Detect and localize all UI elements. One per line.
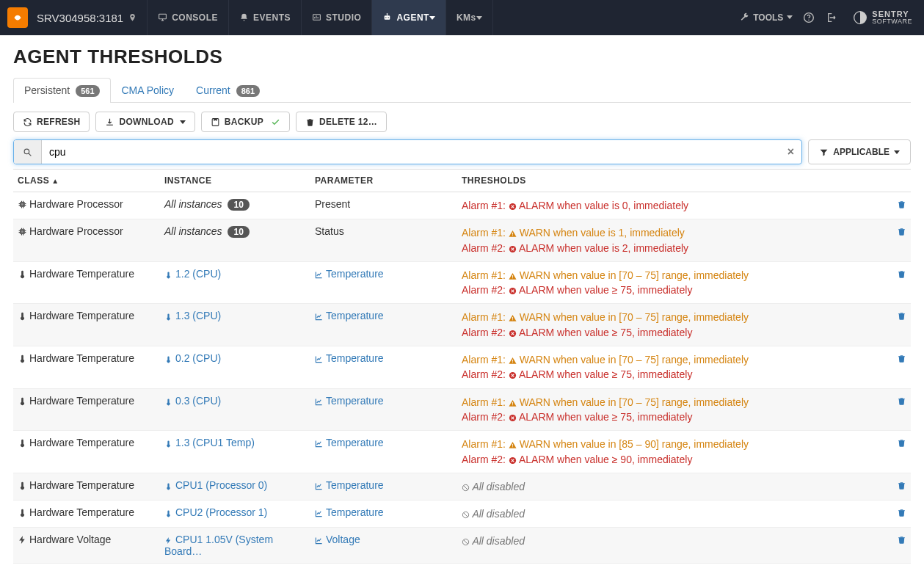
- tab-persistent[interactable]: Persistent 561: [13, 78, 111, 103]
- error-icon: [509, 284, 517, 296]
- table-row: Hardware VoltageCPU2 1.05V (System Board…: [13, 564, 911, 571]
- delete-row-icon[interactable]: [897, 268, 906, 280]
- clear-search-icon[interactable]: ×: [779, 140, 801, 164]
- error-icon: [509, 242, 517, 254]
- col-header-class[interactable]: CLASS▲: [13, 170, 160, 192]
- search-group: ×: [13, 139, 802, 164]
- search-icon: [14, 140, 42, 164]
- instance-link[interactable]: 0.2 (CPU): [164, 352, 221, 364]
- temp-icon: [164, 437, 172, 448]
- threshold-line: Alarm #1: WARN when value in [70 – 75] r…: [462, 352, 883, 367]
- instance-link[interactable]: CPU1 (Processor 0): [164, 479, 267, 491]
- temp-icon: [18, 437, 26, 448]
- parameter-link[interactable]: Temperature: [315, 479, 384, 491]
- parameter-link[interactable]: Voltage: [315, 534, 360, 545]
- nav-studio[interactable]: STUDIO: [301, 0, 372, 35]
- instance-link[interactable]: 0.3 (CPU): [164, 395, 221, 407]
- help-icon[interactable]: [803, 12, 815, 23]
- warning-icon: [509, 438, 517, 450]
- instance-link[interactable]: 1.2 (CPU): [164, 268, 221, 280]
- tools-label: TOOLS: [753, 12, 783, 23]
- instance-link[interactable]: 1.3 (CPU): [164, 310, 221, 321]
- robot-icon: [382, 12, 392, 23]
- refresh-button[interactable]: REFRESH: [13, 112, 90, 132]
- temp-icon: [18, 352, 26, 364]
- caret-down-icon: [429, 16, 435, 20]
- backup-button[interactable]: BACKUP: [201, 112, 290, 132]
- threshold-line: Alarm #1: WARN when value in [70 – 75] r…: [462, 310, 883, 324]
- parameter-link[interactable]: Temperature: [315, 437, 384, 448]
- parameter-link[interactable]: Temperature: [315, 506, 384, 518]
- tab-cma-policy[interactable]: CMA Policy: [111, 78, 186, 102]
- class-name: Hardware Temperature: [29, 268, 134, 280]
- parameter-link[interactable]: Temperature: [315, 352, 384, 364]
- temp-icon: [164, 268, 172, 280]
- delete-row-icon[interactable]: [897, 506, 906, 518]
- graph-icon: [315, 506, 323, 518]
- class-name: Hardware Processor: [29, 198, 123, 210]
- delete-row-icon[interactable]: [897, 437, 906, 448]
- temp-icon: [164, 479, 172, 491]
- instance-link[interactable]: CPU2 (Processor 1): [164, 506, 267, 518]
- tools-dropdown[interactable]: TOOLS: [740, 12, 793, 23]
- temp-icon: [18, 310, 26, 321]
- download-button[interactable]: DOWNLOAD: [95, 112, 194, 132]
- threshold-line: Alarm #2: ALARM when value ≥ 75, immedia…: [462, 283, 883, 297]
- instance-link[interactable]: 1.3 (CPU1 Temp): [164, 437, 255, 448]
- delete-row-icon[interactable]: [897, 395, 906, 407]
- table-row: Hardware Temperature0.3 (CPU)Temperature…: [13, 388, 911, 431]
- table-row: Hardware Temperature1.3 (CPU1 Temp)Tempe…: [13, 431, 911, 473]
- delete-row-icon[interactable]: [897, 198, 906, 210]
- brand-logo-icon[interactable]: [7, 7, 28, 28]
- nav-console[interactable]: CONSOLE: [147, 0, 229, 35]
- sort-asc-icon: ▲: [51, 177, 59, 185]
- nav-agent[interactable]: AGENT: [371, 0, 446, 35]
- instance-count-badge: 10: [228, 226, 249, 238]
- class-name: Hardware Temperature: [29, 506, 134, 518]
- instance-link[interactable]: CPU1 1.05V (System Board…: [164, 534, 273, 557]
- graph-icon: [315, 437, 323, 448]
- parameter-text: Status: [315, 225, 344, 237]
- logout-icon[interactable]: [825, 12, 837, 23]
- filter-dropdown[interactable]: APPLICABLE: [808, 139, 911, 164]
- delete-row-icon[interactable]: [897, 352, 906, 364]
- nav-kms[interactable]: KMs: [445, 0, 493, 35]
- col-header-instance[interactable]: INSTANCE: [160, 170, 310, 192]
- graph-icon: [315, 268, 323, 280]
- table-row: Hardware TemperatureCPU1 (Processor 0)Te…: [13, 473, 911, 500]
- sentry-logo: SENTRYSOFTWARE: [853, 10, 912, 26]
- delete-row-icon[interactable]: [897, 310, 906, 321]
- graph-icon: [315, 310, 323, 321]
- tab-current[interactable]: Current 861: [185, 78, 271, 103]
- parameter-link[interactable]: Temperature: [315, 310, 384, 321]
- col-header-thresholds[interactable]: THRESHOLDS: [457, 170, 887, 192]
- delete-row-icon[interactable]: [897, 479, 906, 491]
- volt-icon: [18, 534, 26, 545]
- parameter-text: Present: [315, 198, 350, 210]
- cpu-icon: [18, 225, 26, 237]
- table-row: Hardware TemperatureCPU2 (Processor 1)Te…: [13, 501, 911, 528]
- delete-button[interactable]: DELETE 12…: [296, 112, 387, 132]
- chart-icon: [312, 12, 321, 23]
- temp-icon: [164, 506, 172, 518]
- nav-events[interactable]: EVENTS: [228, 0, 302, 35]
- server-name[interactable]: SRV304958:3181: [37, 12, 123, 24]
- parameter-link[interactable]: Temperature: [315, 268, 384, 280]
- col-header-parameter[interactable]: PARAMETER: [310, 170, 457, 192]
- threshold-line: Alarm #2: ALARM when value is 2, immedia…: [462, 241, 883, 255]
- delete-row-icon[interactable]: [897, 534, 906, 545]
- ban-icon: [462, 535, 470, 547]
- check-icon: [271, 117, 280, 127]
- temp-icon: [18, 395, 26, 407]
- class-name: Hardware Processor: [29, 225, 123, 237]
- threshold-line: Alarm #2: ALARM when value ≥ 75, immedia…: [462, 325, 883, 340]
- table-row: Hardware Temperature0.2 (CPU)Temperature…: [13, 346, 911, 389]
- delete-row-icon[interactable]: [897, 225, 906, 237]
- table-row: Hardware ProcessorAll instances 10Status…: [13, 219, 911, 262]
- instance-all: All instances: [164, 198, 222, 210]
- instance-all: All instances: [164, 225, 222, 237]
- search-input[interactable]: [42, 140, 779, 164]
- ban-icon: [462, 481, 470, 492]
- temp-icon: [18, 479, 26, 491]
- parameter-link[interactable]: Temperature: [315, 395, 384, 407]
